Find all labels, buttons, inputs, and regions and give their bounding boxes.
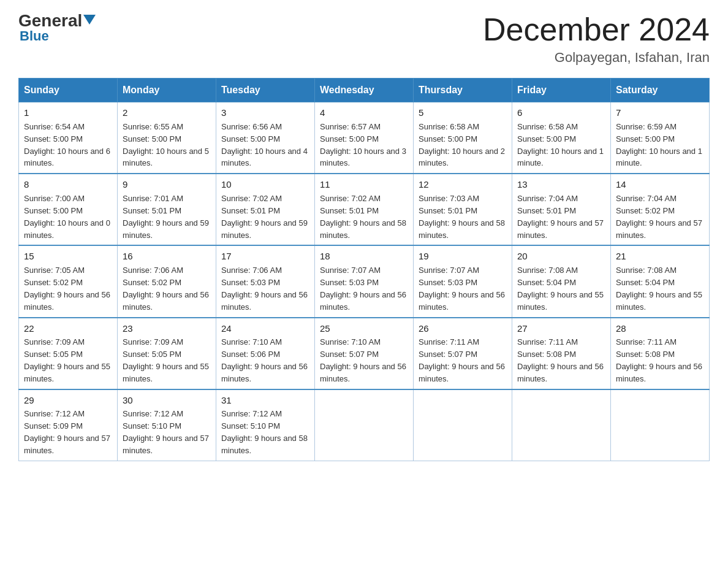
table-row xyxy=(414,389,512,461)
cell-content: Sunrise: 6:58 AMSunset: 5:00 PMDaylight:… xyxy=(517,122,604,168)
day-number: 18 xyxy=(320,250,408,263)
logo-blue: Blue xyxy=(20,28,49,44)
calendar-week-row: 15 Sunrise: 7:05 AMSunset: 5:02 PMDaylig… xyxy=(19,245,710,317)
table-row: 26 Sunrise: 7:11 AMSunset: 5:07 PMDaylig… xyxy=(414,318,512,389)
col-tuesday: Tuesday xyxy=(216,79,315,102)
table-row: 4 Sunrise: 6:57 AMSunset: 5:00 PMDayligh… xyxy=(315,102,414,174)
cell-content: Sunrise: 6:59 AMSunset: 5:00 PMDaylight:… xyxy=(616,122,702,168)
table-row: 21 Sunrise: 7:08 AMSunset: 5:04 PMDaylig… xyxy=(611,245,710,317)
day-number: 13 xyxy=(517,178,605,191)
page-header: General Blue December 2024 Golpayegan, I… xyxy=(18,12,710,66)
day-number: 29 xyxy=(24,394,112,407)
col-friday: Friday xyxy=(512,79,611,102)
cell-content: Sunrise: 7:10 AMSunset: 5:07 PMDaylight:… xyxy=(320,337,406,383)
cell-content: Sunrise: 7:11 AMSunset: 5:08 PMDaylight:… xyxy=(616,337,702,383)
cell-content: Sunrise: 7:03 AMSunset: 5:01 PMDaylight:… xyxy=(419,194,505,240)
cell-content: Sunrise: 7:04 AMSunset: 5:02 PMDaylight:… xyxy=(616,194,702,240)
table-row: 5 Sunrise: 6:58 AMSunset: 5:00 PMDayligh… xyxy=(414,102,512,174)
day-number: 14 xyxy=(616,178,704,191)
table-row: 15 Sunrise: 7:05 AMSunset: 5:02 PMDaylig… xyxy=(19,245,118,317)
cell-content: Sunrise: 6:54 AMSunset: 5:00 PMDaylight:… xyxy=(24,122,110,168)
day-number: 24 xyxy=(221,322,309,335)
day-number: 28 xyxy=(616,322,704,335)
table-row: 10 Sunrise: 7:02 AMSunset: 5:01 PMDaylig… xyxy=(216,174,315,245)
cell-content: Sunrise: 7:02 AMSunset: 5:01 PMDaylight:… xyxy=(320,194,406,240)
table-row: 17 Sunrise: 7:06 AMSunset: 5:03 PMDaylig… xyxy=(216,245,315,317)
table-row: 30 Sunrise: 7:12 AMSunset: 5:10 PMDaylig… xyxy=(118,389,216,461)
table-row: 14 Sunrise: 7:04 AMSunset: 5:02 PMDaylig… xyxy=(611,174,710,245)
cell-content: Sunrise: 7:09 AMSunset: 5:05 PMDaylight:… xyxy=(123,337,209,383)
table-row: 19 Sunrise: 7:07 AMSunset: 5:03 PMDaylig… xyxy=(414,245,512,317)
table-row: 11 Sunrise: 7:02 AMSunset: 5:01 PMDaylig… xyxy=(315,174,414,245)
day-number: 6 xyxy=(517,106,605,120)
table-row: 9 Sunrise: 7:01 AMSunset: 5:01 PMDayligh… xyxy=(118,174,216,245)
day-number: 3 xyxy=(221,106,309,120)
cell-content: Sunrise: 7:02 AMSunset: 5:01 PMDaylight:… xyxy=(221,194,308,240)
calendar-week-row: 1 Sunrise: 6:54 AMSunset: 5:00 PMDayligh… xyxy=(19,102,710,174)
table-row: 1 Sunrise: 6:54 AMSunset: 5:00 PMDayligh… xyxy=(19,102,118,174)
table-row: 22 Sunrise: 7:09 AMSunset: 5:05 PMDaylig… xyxy=(19,318,118,389)
day-number: 8 xyxy=(24,178,112,191)
col-saturday: Saturday xyxy=(611,79,710,102)
cell-content: Sunrise: 7:08 AMSunset: 5:04 PMDaylight:… xyxy=(616,266,702,312)
table-row: 13 Sunrise: 7:04 AMSunset: 5:01 PMDaylig… xyxy=(512,174,611,245)
title-section: December 2024 Golpayegan, Isfahan, Iran xyxy=(483,12,710,66)
calendar-header-row: Sunday Monday Tuesday Wednesday Thursday… xyxy=(19,79,710,102)
cell-content: Sunrise: 7:12 AMSunset: 5:09 PMDaylight:… xyxy=(24,409,110,455)
cell-content: Sunrise: 6:57 AMSunset: 5:00 PMDaylight:… xyxy=(320,122,406,168)
day-number: 15 xyxy=(24,250,112,263)
location: Golpayegan, Isfahan, Iran xyxy=(483,50,710,66)
table-row: 23 Sunrise: 7:09 AMSunset: 5:05 PMDaylig… xyxy=(118,318,216,389)
calendar-week-row: 29 Sunrise: 7:12 AMSunset: 5:09 PMDaylig… xyxy=(19,389,710,461)
col-monday: Monday xyxy=(118,79,216,102)
table-row: 31 Sunrise: 7:12 AMSunset: 5:10 PMDaylig… xyxy=(216,389,315,461)
cell-content: Sunrise: 7:07 AMSunset: 5:03 PMDaylight:… xyxy=(419,266,505,312)
cell-content: Sunrise: 7:07 AMSunset: 5:03 PMDaylight:… xyxy=(320,266,406,312)
table-row: 29 Sunrise: 7:12 AMSunset: 5:09 PMDaylig… xyxy=(19,389,118,461)
table-row xyxy=(512,389,611,461)
calendar-week-row: 22 Sunrise: 7:09 AMSunset: 5:05 PMDaylig… xyxy=(19,318,710,389)
day-number: 4 xyxy=(320,106,408,120)
table-row: 8 Sunrise: 7:00 AMSunset: 5:00 PMDayligh… xyxy=(19,174,118,245)
col-wednesday: Wednesday xyxy=(315,79,414,102)
cell-content: Sunrise: 6:58 AMSunset: 5:00 PMDaylight:… xyxy=(419,122,505,168)
day-number: 17 xyxy=(221,250,309,263)
calendar-week-row: 8 Sunrise: 7:00 AMSunset: 5:00 PMDayligh… xyxy=(19,174,710,245)
day-number: 21 xyxy=(616,250,704,263)
day-number: 26 xyxy=(419,322,507,335)
table-row: 3 Sunrise: 6:56 AMSunset: 5:00 PMDayligh… xyxy=(216,102,315,174)
cell-content: Sunrise: 7:00 AMSunset: 5:00 PMDaylight:… xyxy=(24,194,110,240)
logo: General Blue xyxy=(18,12,96,44)
day-number: 5 xyxy=(419,106,507,120)
table-row: 27 Sunrise: 7:11 AMSunset: 5:08 PMDaylig… xyxy=(512,318,611,389)
day-number: 16 xyxy=(123,250,211,263)
day-number: 30 xyxy=(123,394,211,407)
day-number: 12 xyxy=(419,178,507,191)
cell-content: Sunrise: 6:56 AMSunset: 5:00 PMDaylight:… xyxy=(221,122,308,168)
table-row: 24 Sunrise: 7:10 AMSunset: 5:06 PMDaylig… xyxy=(216,318,315,389)
logo-text: General xyxy=(18,12,96,29)
table-row xyxy=(315,389,414,461)
table-row: 25 Sunrise: 7:10 AMSunset: 5:07 PMDaylig… xyxy=(315,318,414,389)
cell-content: Sunrise: 7:06 AMSunset: 5:02 PMDaylight:… xyxy=(123,266,209,312)
cell-content: Sunrise: 7:12 AMSunset: 5:10 PMDaylight:… xyxy=(221,409,308,455)
col-sunday: Sunday xyxy=(19,79,118,102)
table-row: 7 Sunrise: 6:59 AMSunset: 5:00 PMDayligh… xyxy=(611,102,710,174)
day-number: 27 xyxy=(517,322,605,335)
day-number: 2 xyxy=(123,106,211,120)
day-number: 7 xyxy=(616,106,704,120)
table-row: 20 Sunrise: 7:08 AMSunset: 5:04 PMDaylig… xyxy=(512,245,611,317)
table-row: 6 Sunrise: 6:58 AMSunset: 5:00 PMDayligh… xyxy=(512,102,611,174)
cell-content: Sunrise: 7:10 AMSunset: 5:06 PMDaylight:… xyxy=(221,337,308,383)
calendar-table: Sunday Monday Tuesday Wednesday Thursday… xyxy=(18,78,710,461)
day-number: 20 xyxy=(517,250,605,263)
day-number: 19 xyxy=(419,250,507,263)
table-row: 16 Sunrise: 7:06 AMSunset: 5:02 PMDaylig… xyxy=(118,245,216,317)
col-thursday: Thursday xyxy=(414,79,512,102)
cell-content: Sunrise: 6:55 AMSunset: 5:00 PMDaylight:… xyxy=(123,122,209,168)
cell-content: Sunrise: 7:04 AMSunset: 5:01 PMDaylight:… xyxy=(517,194,604,240)
table-row: 2 Sunrise: 6:55 AMSunset: 5:00 PMDayligh… xyxy=(118,102,216,174)
day-number: 22 xyxy=(24,322,112,335)
table-row: 28 Sunrise: 7:11 AMSunset: 5:08 PMDaylig… xyxy=(611,318,710,389)
day-number: 25 xyxy=(320,322,408,335)
